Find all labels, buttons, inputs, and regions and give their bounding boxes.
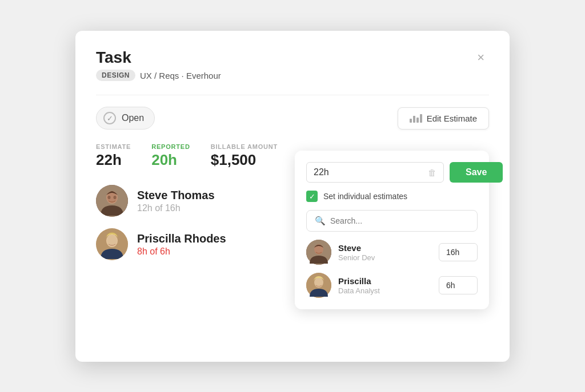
- status-button[interactable]: ✓ Open: [96, 107, 155, 130]
- checkbox-row[interactable]: ✓ Set individual estimates: [306, 191, 478, 202]
- estimate-metric: ESTIMATE 22h: [96, 143, 131, 169]
- steve-estimate-input[interactable]: [439, 243, 478, 261]
- edit-estimate-button[interactable]: Edit Estimate: [398, 107, 489, 130]
- trash-icon[interactable]: 🗑: [428, 168, 436, 177]
- person-est-info-priscilla: Priscilla Data Analyst: [338, 276, 432, 295]
- avatar-steve: [96, 185, 128, 217]
- breadcrumb: DESIGN UX / Reqs · Everhour: [96, 70, 489, 81]
- divider: [96, 95, 489, 95]
- svg-point-4: [114, 196, 117, 199]
- person-hours-priscilla: 8h of 6h: [137, 246, 226, 257]
- content-row: Steve Thomas 12h of 16h: [96, 185, 489, 309]
- edit-estimate-label: Edit Estimate: [427, 114, 477, 123]
- person-est-info-steve: Steve Senior Dev: [338, 243, 432, 262]
- search-input[interactable]: [330, 216, 469, 225]
- person-est-role-priscilla: Data Analyst: [338, 286, 432, 295]
- status-check-icon: ✓: [103, 112, 116, 124]
- design-badge: DESIGN: [96, 70, 135, 81]
- svg-point-7: [107, 235, 117, 246]
- person-info-priscilla: Priscilla Rhodes 8h of 6h: [137, 232, 226, 257]
- person-estimate-list: Steve Senior Dev: [306, 240, 478, 298]
- avatar-priscilla: [96, 228, 128, 260]
- billable-metric: BILLABLE AMOUNT $1,500: [211, 143, 278, 169]
- billable-value: $1,500: [211, 151, 278, 169]
- person-item-steve: Steve Thomas 12h of 16h: [96, 185, 286, 217]
- save-button[interactable]: Save: [450, 162, 503, 183]
- status-label: Open: [122, 113, 144, 123]
- individual-estimates-checkbox[interactable]: ✓: [306, 191, 318, 202]
- svg-point-3: [108, 196, 111, 199]
- person-name-steve: Steve Thomas: [137, 189, 215, 202]
- small-avatar-steve: [306, 240, 331, 265]
- small-avatar-priscilla: [306, 273, 331, 298]
- estimate-value: 22h: [96, 151, 131, 169]
- modal-title: Task: [96, 49, 131, 67]
- priscilla-estimate-input[interactable]: [439, 276, 478, 294]
- checkbox-label: Set individual estimates: [323, 192, 407, 201]
- person-item-priscilla: Priscilla Rhodes 8h of 6h: [96, 228, 286, 260]
- breadcrumb-path: UX / Reqs · Everhour: [140, 71, 221, 80]
- people-list: Steve Thomas 12h of 16h: [96, 185, 286, 260]
- person-name-priscilla: Priscilla Rhodes: [137, 232, 226, 245]
- person-hours-steve: 12h of 16h: [137, 203, 215, 213]
- reported-value: 20h: [151, 151, 190, 169]
- task-modal: Task × DESIGN UX / Reqs · Everhour ✓ Ope…: [75, 31, 510, 362]
- estimate-input-field[interactable]: [314, 167, 428, 177]
- person-info-steve: Steve Thomas 12h of 16h: [137, 189, 215, 213]
- close-button[interactable]: ×: [472, 49, 489, 66]
- person-est-name-steve: Steve: [338, 243, 432, 253]
- person-estimate-item-steve: Steve Senior Dev: [306, 240, 478, 265]
- estimate-label: ESTIMATE: [96, 143, 131, 150]
- reported-metric: REPORTED 20h: [151, 143, 190, 169]
- billable-label: BILLABLE AMOUNT: [211, 143, 278, 150]
- person-est-name-priscilla: Priscilla: [338, 276, 432, 286]
- svg-point-11: [314, 277, 323, 288]
- status-estimate-row: ✓ Open Edit Estimate: [96, 107, 489, 130]
- search-box: 🔍: [306, 210, 478, 232]
- person-estimate-item-priscilla: Priscilla Data Analyst: [306, 273, 478, 298]
- search-icon: 🔍: [315, 216, 326, 226]
- estimate-input-row: 🗑 Save: [306, 162, 478, 183]
- bar-chart-icon: [410, 114, 422, 123]
- estimate-input-box: 🗑: [306, 162, 444, 183]
- reported-label: REPORTED: [151, 143, 190, 150]
- estimate-panel: 🗑 Save ✓ Set individual estimates 🔍: [295, 151, 489, 309]
- modal-header: Task ×: [96, 49, 489, 67]
- checkmark-icon: ✓: [309, 192, 315, 201]
- person-est-role-steve: Senior Dev: [338, 253, 432, 262]
